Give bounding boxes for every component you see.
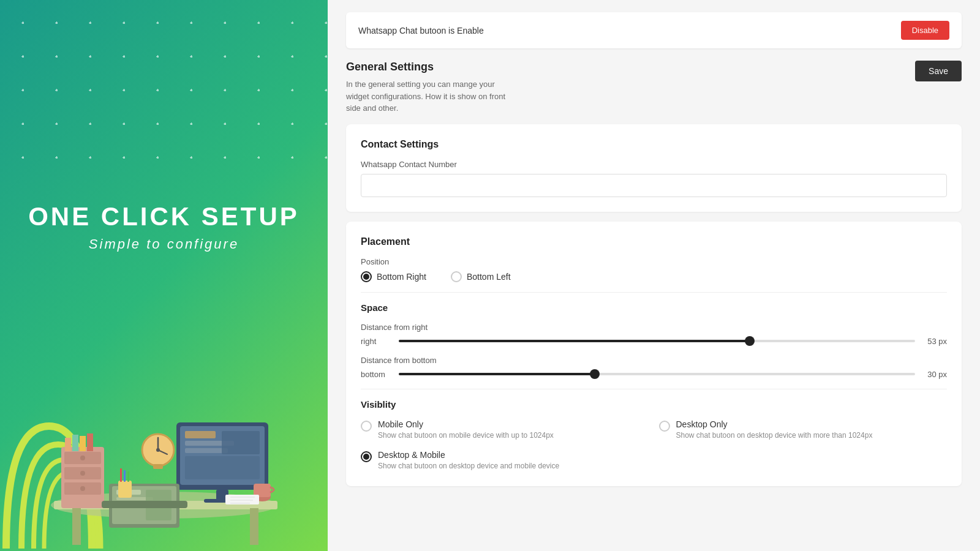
left-text: ONE CLICK SETUP Simple to configure	[0, 202, 328, 264]
slider-right-value: 53 px	[922, 337, 947, 346]
slider-bottom-fill	[399, 373, 595, 375]
phone-input[interactable]	[361, 174, 947, 197]
position-label: Position	[361, 257, 947, 266]
visibility-desktop-only-desc: Show chat butoon on desktop device with …	[676, 430, 873, 441]
visibility-desktop-only-radio[interactable]	[659, 421, 670, 432]
svg-rect-19	[153, 464, 163, 469]
visibility-mobile-only-desc: Show chat butoon on mobile device with u…	[378, 430, 554, 441]
position-bottom-left[interactable]: Bottom Left	[451, 271, 511, 282]
placement-title: Placement	[361, 236, 947, 247]
position-bottom-left-label: Bottom Left	[467, 272, 511, 282]
placement-card: Placement Position Bottom Right Bottom L…	[346, 222, 962, 487]
svg-point-9	[80, 471, 85, 476]
visibility-desktop-mobile-text: Desktop & Mobile Show chat butoon on des…	[378, 450, 559, 471]
position-bottom-right[interactable]: Bottom Right	[361, 271, 426, 282]
svg-point-10	[80, 486, 85, 491]
slider-bottom-thumb[interactable]	[590, 369, 600, 379]
svg-rect-35	[102, 501, 187, 508]
slider-right-name: right	[361, 337, 391, 346]
svg-rect-3	[250, 508, 258, 545]
position-bottom-right-radio[interactable]	[361, 271, 372, 282]
slider-bottom-track[interactable]	[399, 373, 915, 375]
svg-rect-40	[124, 470, 126, 482]
slider-bottom-row: bottom 30 px	[361, 370, 947, 379]
svg-rect-41	[127, 471, 129, 482]
visibility-options: Mobile Only Show chat butoon on mobile d…	[361, 419, 947, 472]
slider-right-fill	[399, 340, 750, 342]
visibility-title: Visiblity	[361, 399, 947, 410]
status-bar: Whatsapp Chat butoon is Enable Disable	[346, 12, 962, 48]
svg-rect-24	[185, 448, 228, 453]
desk-illustration	[12, 361, 315, 551]
svg-rect-14	[87, 433, 93, 451]
status-text: Whatsapp Chat butoon is Enable	[358, 26, 484, 36]
position-bottom-right-label: Bottom Right	[377, 272, 426, 282]
visibility-mobile-only-radio[interactable]	[361, 421, 372, 432]
svg-rect-22	[185, 431, 216, 438]
visibility-desktop-only[interactable]: Desktop Only Show chat butoon on desktop…	[659, 419, 948, 441]
dot-pattern	[0, 0, 328, 184]
visibility-desktop-mobile[interactable]: Desktop & Mobile Show chat butoon on des…	[361, 450, 649, 471]
general-settings-desc: In the general setting you can mange you…	[346, 78, 518, 114]
visibility-mobile-only[interactable]: Mobile Only Show chat butoon on mobile d…	[361, 419, 649, 441]
svg-rect-39	[120, 468, 122, 482]
svg-rect-13	[80, 436, 86, 451]
slider-right-track[interactable]	[399, 340, 915, 342]
general-settings-info: General Settings In the general setting …	[346, 61, 518, 114]
subheadline: Simple to configure	[0, 236, 328, 252]
svg-rect-12	[72, 435, 78, 451]
visibility-desktop-only-text: Desktop Only Show chat butoon on desktop…	[676, 419, 873, 441]
left-panel: ONE CLICK SETUP Simple to configure	[0, 0, 328, 551]
svg-point-8	[80, 455, 85, 460]
disable-button[interactable]: Disable	[901, 21, 949, 40]
general-settings-title: General Settings	[346, 61, 518, 73]
visibility-desktop-mobile-title: Desktop & Mobile	[378, 450, 559, 460]
svg-rect-38	[118, 481, 132, 498]
phone-label: Whatsapp Contact Number	[361, 160, 947, 169]
svg-rect-2	[72, 508, 81, 545]
contact-settings-card: Contact Settings Whatsapp Contact Number	[346, 124, 962, 212]
visibility-desktop-mobile-desc: Show chat butoon on desktop device and m…	[378, 461, 559, 471]
svg-rect-11	[65, 438, 71, 451]
visibility-desktop-only-title: Desktop Only	[676, 419, 873, 429]
general-settings-header: General Settings In the general setting …	[346, 61, 962, 114]
headline: ONE CLICK SETUP	[0, 202, 328, 231]
slider-bottom-value: 30 px	[922, 370, 947, 379]
slider-bottom-label: Distance from bottom	[361, 356, 947, 365]
slider-bottom-name: bottom	[361, 370, 391, 379]
svg-rect-25	[222, 431, 260, 454]
space-title: Space	[361, 302, 947, 313]
slider-right-label: Distance from right	[361, 323, 947, 332]
visibility-desktop-mobile-radio[interactable]	[361, 451, 372, 462]
visibility-mobile-only-text: Mobile Only Show chat butoon on mobile d…	[378, 419, 554, 441]
position-radio-group: Bottom Right Bottom Left	[361, 271, 947, 282]
right-panel: Whatsapp Chat butoon is Enable Disable G…	[328, 0, 980, 551]
position-bottom-left-radio[interactable]	[451, 271, 462, 282]
slider-right-row: right 53 px	[361, 337, 947, 346]
contact-settings-title: Contact Settings	[361, 139, 947, 150]
save-button[interactable]: Save	[915, 61, 962, 81]
svg-rect-26	[185, 456, 260, 479]
visibility-mobile-only-title: Mobile Only	[378, 419, 554, 429]
slider-right-thumb[interactable]	[745, 336, 755, 346]
